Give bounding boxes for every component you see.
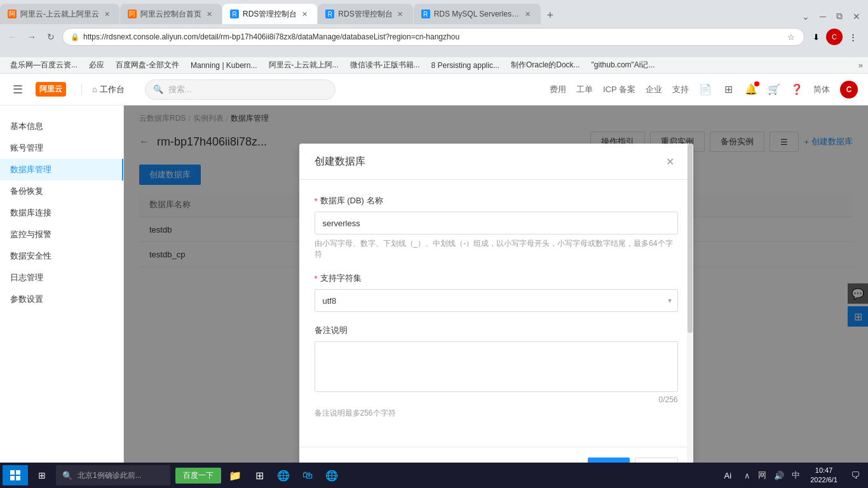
cart-icon[interactable]: 🛒 xyxy=(768,83,780,96)
nav-enterprise[interactable]: 企业 xyxy=(646,84,662,95)
sidebar-item-account-label: 账号管理 xyxy=(10,142,43,154)
nav-right: 费用 工单 ICP 备案 企业 支持 📄 ⊞ 🔔 🛒 ❓ 简体 C xyxy=(550,81,858,98)
taskbar-ai-button[interactable]: Ai xyxy=(719,468,737,483)
sidebar-item-security-label: 数据安全性 xyxy=(10,250,51,262)
bookmark-8[interactable]: 制作Oracle的Dock... xyxy=(506,58,585,72)
extension-icons: ⬇ C ⋮ xyxy=(808,29,863,45)
nav-cost[interactable]: 费用 xyxy=(550,84,566,95)
windows-icon xyxy=(10,470,20,480)
minimize-icon[interactable]: ─ xyxy=(817,9,829,24)
modal-scrollbar-thumb xyxy=(688,144,693,333)
tab-close-3[interactable]: ✕ xyxy=(299,9,309,19)
search-bar[interactable]: 🔍 搜索... xyxy=(145,79,336,100)
taskbar-sys-icons: ∧ 网 🔊 中 xyxy=(742,468,803,482)
arrow-up-icon[interactable]: ∧ xyxy=(742,470,753,482)
taskbar-search-icon: 🔍 xyxy=(62,471,72,480)
sidebar-item-account[interactable]: 账号管理 xyxy=(0,137,123,159)
bookmark-star-icon[interactable]: ☆ xyxy=(786,31,796,43)
sidebar-item-backup[interactable]: 备份恢复 xyxy=(0,180,123,202)
new-tab-button[interactable]: + xyxy=(541,6,559,24)
tab-close-4[interactable]: ✕ xyxy=(395,9,405,19)
bell-icon[interactable]: 🔔 xyxy=(745,83,757,96)
tab-favicon-5: R xyxy=(421,10,430,18)
back-button[interactable]: ← xyxy=(5,29,20,44)
taskbar-app-2[interactable]: ⊞ xyxy=(248,464,271,487)
required-star-charset: * xyxy=(315,274,318,283)
modal-close-button[interactable]: ✕ xyxy=(663,154,678,169)
clock-time: 10:47 xyxy=(810,466,837,475)
file-explorer-icon[interactable]: 📁 xyxy=(224,464,247,487)
sidebar-item-basic-info[interactable]: 基本信息 xyxy=(0,116,123,137)
browser-tab-1[interactable]: 阿 阿里云-上云就上阿里云 ✕ xyxy=(0,4,119,24)
ime-icon[interactable]: 中 xyxy=(789,468,803,482)
download-icon[interactable]: ⬇ xyxy=(808,29,824,44)
apps-icon[interactable]: ⊞ xyxy=(722,83,735,96)
address-bar[interactable]: 🔒 https://rdsnext.console.aliyun.com/det… xyxy=(62,28,804,46)
user-avatar[interactable]: C xyxy=(840,81,858,98)
hamburger-menu[interactable]: ☰ xyxy=(10,82,25,97)
bookmark-2[interactable]: 必应 xyxy=(84,58,109,72)
sidebar-item-connection[interactable]: 数据库连接 xyxy=(0,202,123,224)
sidebar-item-log[interactable]: 日志管理 xyxy=(0,267,123,288)
bookmarks-more-icon[interactable]: » xyxy=(858,60,863,70)
sidebar-item-database-label: 数据库管理 xyxy=(10,164,51,175)
store-icon[interactable]: 🛍 xyxy=(296,464,319,487)
more-menu-icon[interactable]: ⋮ xyxy=(845,29,860,44)
task-view-icon[interactable]: ⊞ xyxy=(31,464,53,487)
chrome-icon[interactable]: 🌐 xyxy=(320,464,343,487)
docs-icon[interactable]: 📄 xyxy=(699,83,712,96)
reload-button[interactable]: ↻ xyxy=(43,29,58,44)
address-text: https://rdsnext.console.aliyun.com/detai… xyxy=(83,32,786,41)
tab-title-1: 阿里云-上云就上阿里云 xyxy=(20,9,99,20)
nav-support[interactable]: 支持 xyxy=(672,84,689,95)
browser-tab-5[interactable]: R RDS MySQL Serverless资源 ✕ xyxy=(414,4,541,24)
taskbar-clock[interactable]: 10:47 2022/6/1 xyxy=(808,464,840,487)
charset-select[interactable]: utf8 utf8mb4 gbk latin1 xyxy=(315,289,678,312)
modal-header: 创建数据库 ✕ xyxy=(299,144,693,180)
sidebar-item-security[interactable]: 数据安全性 xyxy=(0,245,123,267)
help-icon[interactable]: ❓ xyxy=(790,83,803,96)
bookmark-8-label: 制作Oracle的Dock... xyxy=(511,60,580,71)
volume-icon[interactable]: 🔊 xyxy=(771,470,787,482)
workbench-link[interactable]: ⌂ 工作台 xyxy=(81,84,125,95)
sidebar-item-monitor[interactable]: 监控与报警 xyxy=(0,224,123,245)
chrome-symbol: 🌐 xyxy=(325,470,338,482)
tab-close-5[interactable]: ✕ xyxy=(523,9,533,19)
profile-icon[interactable]: C xyxy=(826,29,843,45)
bookmark-3[interactable]: 百度网盘-全部文件 xyxy=(111,58,184,72)
baidu-button[interactable]: 百度一下 xyxy=(175,468,221,484)
form-item-remark: 备注说明 0/256 备注说明最多256个字符 xyxy=(315,325,678,419)
bookmark-6[interactable]: 微信读书-正版书籍... xyxy=(345,58,425,72)
bookmark-7[interactable]: 8 Persisting applic... xyxy=(426,60,505,71)
start-button[interactable] xyxy=(3,465,28,485)
dbname-hint: 由小写字母、数字、下划线（_）、中划线（-）组成，以小写字母开头，小写字母或数字… xyxy=(315,238,678,260)
restore-icon[interactable]: ⧉ xyxy=(834,8,845,24)
nav-ticket[interactable]: 工单 xyxy=(576,84,593,95)
tab-close-2[interactable]: ✕ xyxy=(204,9,214,19)
bookmark-9[interactable]: "github.com"Ai记... xyxy=(587,58,660,72)
network-icon[interactable]: 网 xyxy=(756,468,769,482)
close-window-icon[interactable]: ✕ xyxy=(850,9,863,24)
edge-icon[interactable]: 🌐 xyxy=(272,464,295,487)
browser-tab-2[interactable]: 阿 阿里云控制台首页 ✕ xyxy=(120,4,222,24)
nav-lang[interactable]: 简体 xyxy=(813,84,830,95)
browser-tab-4[interactable]: R RDS管理控制台 ✕ xyxy=(318,4,412,24)
logo[interactable]: 阿里云 xyxy=(36,82,66,97)
sidebar-item-database[interactable]: 数据库管理 xyxy=(0,159,123,180)
bookmark-1[interactable]: 盘乐网—百度云资... xyxy=(5,58,83,72)
taskbar-search-box[interactable]: 🔍 北京1例确诊此前... xyxy=(56,465,170,485)
tab-search-icon[interactable]: ⌄ xyxy=(799,9,812,24)
remark-textarea[interactable] xyxy=(315,341,678,392)
bookmark-4[interactable]: Manning | Kubern... xyxy=(186,60,262,71)
tab-close-1[interactable]: ✕ xyxy=(102,9,112,19)
modal-scrollbar[interactable] xyxy=(687,144,693,488)
address-icons: ☆ xyxy=(786,31,796,43)
nav-icp[interactable]: ICP 备案 xyxy=(603,84,635,95)
browser-tab-3[interactable]: R RDS管理控制台 ✕ xyxy=(222,4,317,24)
lock-icon: 🔒 xyxy=(71,33,79,41)
dbname-input[interactable] xyxy=(315,212,678,234)
notification-button[interactable]: 🗨 xyxy=(845,465,865,485)
sidebar-item-params[interactable]: 参数设置 xyxy=(0,288,123,310)
forward-button[interactable]: → xyxy=(24,29,39,44)
bookmark-5[interactable]: 阿里云-上云就上阿... xyxy=(264,58,344,72)
